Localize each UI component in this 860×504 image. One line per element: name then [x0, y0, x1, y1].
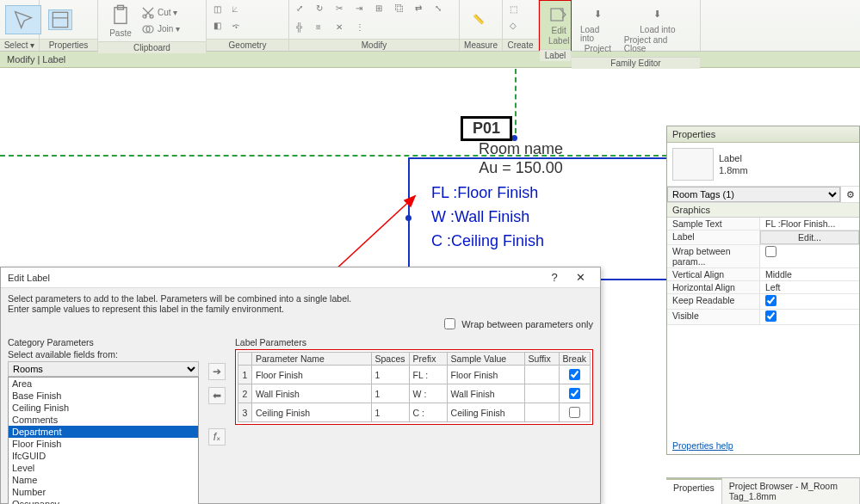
- break-checkbox[interactable]: [569, 369, 580, 380]
- property-row: Vertical AlignMiddle: [667, 268, 859, 281]
- col-suffix[interactable]: Suffix: [524, 353, 559, 366]
- geom-tool-1[interactable]: ◫: [212, 3, 229, 19]
- properties-button[interactable]: [45, 8, 76, 32]
- mod-2[interactable]: ↻: [314, 3, 331, 18]
- remove-param-button[interactable]: ⬅: [208, 387, 226, 404]
- mod-5[interactable]: ⊞: [374, 3, 391, 18]
- create-2[interactable]: ◇: [508, 20, 525, 35]
- dialog-close[interactable]: ✕: [567, 271, 593, 284]
- label-params-label: Label Parameters: [235, 337, 593, 347]
- mod-8[interactable]: ⤡: [433, 3, 450, 18]
- field-item[interactable]: Comments: [9, 414, 198, 426]
- join-button[interactable]: Join ▾: [139, 22, 182, 37]
- type-selector[interactable]: Room Tags (1): [667, 187, 840, 202]
- measure-button[interactable]: 📏: [465, 8, 492, 32]
- tab-properties[interactable]: Properties: [666, 478, 722, 504]
- property-row: Horizontal AlignLeft: [667, 281, 859, 294]
- cut-button[interactable]: Cut ▾: [139, 5, 182, 21]
- col-param-name[interactable]: Parameter Name: [252, 353, 372, 366]
- col-break[interactable]: Break: [559, 353, 590, 366]
- col-spaces[interactable]: Spaces: [371, 353, 409, 366]
- prop-key: Label: [667, 230, 760, 244]
- load-close-button[interactable]: ⬇Load intoProject and Close: [621, 2, 695, 55]
- panel-measure: Measure: [460, 39, 502, 51]
- break-checkbox[interactable]: [569, 388, 580, 399]
- property-row: LabelEdit...: [667, 230, 859, 245]
- sel-fields-label: Select available fields from:: [8, 349, 199, 360]
- mod-3[interactable]: ✂: [334, 3, 351, 18]
- wrap-checkbox[interactable]: [444, 318, 455, 329]
- break-checkbox[interactable]: [569, 407, 580, 418]
- geom-tool-2[interactable]: ◧: [212, 20, 229, 35]
- prop-value[interactable]: FL :Floor Finish...: [760, 218, 859, 230]
- table-row[interactable]: 2Wall Finish1W :Wall Finish: [238, 384, 591, 403]
- label-params-table[interactable]: Parameter Name Spaces Prefix Sample Valu…: [238, 352, 591, 422]
- mod-12[interactable]: ⋮: [354, 22, 371, 37]
- col-prefix[interactable]: Prefix: [409, 353, 447, 366]
- ribbon: Select ▾ Properties Paste Cut ▾ Join ▾ C…: [0, 0, 860, 52]
- cat-params-label: Category Parameters: [8, 337, 199, 347]
- table-row[interactable]: 1Floor Finish1FL :Floor Finish: [238, 366, 591, 384]
- create-1[interactable]: ⬚: [508, 3, 525, 19]
- prop-checkbox[interactable]: [765, 246, 776, 257]
- panel-modify: Modify: [289, 39, 459, 51]
- paste-button[interactable]: Paste: [103, 2, 138, 40]
- panel-properties: Properties: [40, 39, 97, 51]
- panel-select[interactable]: Select ▾: [0, 39, 39, 51]
- field-item[interactable]: Floor Finish: [9, 438, 198, 450]
- field-item[interactable]: Name: [9, 474, 198, 486]
- property-row: Sample TextFL :Floor Finish...: [667, 218, 859, 230]
- geom-tool-3[interactable]: ⟀: [231, 3, 248, 19]
- field-item[interactable]: Department: [9, 426, 198, 438]
- prop-edit-button[interactable]: Edit...: [760, 230, 859, 244]
- prop-key: Vertical Align: [667, 268, 760, 280]
- category-combo[interactable]: Rooms: [8, 361, 199, 377]
- field-item[interactable]: Base Finish: [9, 390, 198, 402]
- load-project-button[interactable]: ⬇Load intoProject: [577, 2, 619, 55]
- mod-4[interactable]: ⇥: [354, 3, 371, 18]
- dialog-instr1: Select parameters to add to the label. P…: [8, 293, 593, 304]
- prop-value[interactable]: Left: [760, 281, 859, 293]
- prop-value[interactable]: Middle: [760, 268, 859, 280]
- field-item[interactable]: Number: [9, 486, 198, 498]
- mod-6[interactable]: ⿻: [393, 3, 411, 18]
- dialog-help[interactable]: ?: [541, 271, 567, 284]
- param-table-highlight: Parameter Name Spaces Prefix Sample Valu…: [235, 349, 593, 425]
- property-row: Wrap between param...: [667, 245, 859, 268]
- mod-7[interactable]: ⇄: [413, 3, 430, 18]
- col-sample[interactable]: Sample Value: [447, 353, 524, 366]
- modify-tool[interactable]: [5, 5, 41, 34]
- geom-tool-4[interactable]: ⤽: [231, 20, 248, 35]
- table-row[interactable]: 3Ceiling Finish1C :Ceiling Finish: [238, 403, 591, 422]
- graphics-group[interactable]: Graphics: [667, 203, 859, 218]
- dialog-instr2: Enter sample values to represent this la…: [8, 304, 593, 314]
- edit-label-dialog: Edit Label ? ✕ Select parameters to add …: [0, 267, 601, 504]
- field-item[interactable]: Level: [9, 462, 198, 474]
- properties-help-link[interactable]: Properties help: [667, 437, 859, 454]
- panel-clipboard: Clipboard: [98, 41, 206, 53]
- shape-handle-left[interactable]: [405, 215, 411, 221]
- mod-1[interactable]: ⤢: [294, 3, 312, 18]
- add-param-button[interactable]: ➔: [208, 363, 226, 380]
- edit-type-button[interactable]: ⚙: [840, 187, 859, 202]
- mod-9[interactable]: ╬: [294, 22, 312, 37]
- prop-key: Wrap between param...: [667, 245, 760, 267]
- properties-title: Properties: [667, 126, 859, 143]
- properties-panel: Properties Label1.8mm Room Tags (1) ⚙ Gr…: [666, 126, 860, 455]
- dialog-title: Edit Label: [8, 273, 541, 283]
- edit-label-button[interactable]: EditLabel: [545, 3, 572, 47]
- mod-10[interactable]: ≡: [314, 22, 331, 37]
- tag-area: Au = 150.00: [426, 159, 616, 177]
- fields-listbox[interactable]: AreaBase FinishCeiling FinishCommentsDep…: [8, 377, 199, 504]
- field-item[interactable]: Area: [9, 378, 198, 390]
- mod-11[interactable]: ✕: [334, 22, 351, 37]
- field-item[interactable]: IfcGUID: [9, 450, 198, 462]
- prop-checkbox[interactable]: [765, 295, 776, 306]
- svg-rect-0: [53, 12, 67, 27]
- tag-floor-finish: FL :Floor Finish: [426, 184, 616, 202]
- prop-checkbox[interactable]: [765, 310, 776, 322]
- tab-project-browser[interactable]: Project Browser - M_Room Tag_1.8mm: [722, 478, 860, 504]
- field-item[interactable]: Ceiling Finish: [9, 402, 198, 414]
- fx-button[interactable]: fₓ: [208, 428, 226, 446]
- field-item[interactable]: Occupancy: [9, 498, 198, 504]
